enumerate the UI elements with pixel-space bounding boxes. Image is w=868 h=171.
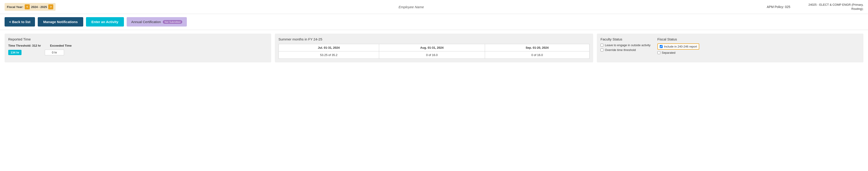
col-jul: Jul. 01-31, 2024 bbox=[279, 44, 379, 52]
faculty-status-section: Faculty Status Leave to engage in outsid… bbox=[600, 37, 650, 56]
separated-label: Separated bbox=[662, 51, 676, 55]
separated-checkbox[interactable] bbox=[657, 51, 660, 54]
toolbar: < Back to list Manage Notifications Ente… bbox=[0, 14, 868, 30]
include-report-checkbox[interactable] bbox=[660, 45, 663, 48]
enter-activity-button[interactable]: Enter an Activity bbox=[86, 17, 124, 27]
fiscal-status-highlighted: Include in 240-246 report bbox=[657, 43, 700, 49]
reported-time-panel: Reported Time Time Threshold: 312 hr Exc… bbox=[5, 34, 271, 62]
fiscal-year-section: Fiscal Year: < 2024 - 2025 > bbox=[5, 3, 56, 11]
col-sep: Sep. 01-20, 2024 bbox=[485, 44, 589, 52]
val-sep: 0 of 16.0 bbox=[485, 52, 589, 59]
val-jul: 53.25 of 35.2 bbox=[279, 52, 379, 59]
include-report-label: Include in 240-246 report bbox=[664, 45, 697, 48]
dept-info: 24025 - ELECT & COMP ENGR (Primary, Rout… bbox=[799, 3, 863, 11]
main-content: Reported Time Time Threshold: 312 hr Exc… bbox=[0, 30, 868, 66]
next-year-button[interactable]: > bbox=[48, 4, 53, 9]
bar-row: 134 hr 0 hr bbox=[8, 49, 268, 55]
fiscal-checkbox-2: Separated bbox=[657, 51, 700, 55]
override-label: Override time threshold bbox=[605, 48, 636, 52]
exceeded-value: 0 hr bbox=[45, 49, 64, 55]
threshold-row: Time Threshold: 312 hr Exceeded Time bbox=[8, 44, 268, 47]
summer-header-row: Jul. 01-31, 2024 Aug. 01-31, 2024 Sep. 0… bbox=[279, 44, 589, 52]
exceeded-label: Exceeded Time bbox=[50, 44, 71, 47]
summer-months-panel: Summer months in FY 24-25 Jul. 01-31, 20… bbox=[275, 34, 593, 62]
header: Fiscal Year: < 2024 - 2025 > Employee Na… bbox=[0, 0, 868, 14]
summer-months-table: Jul. 01-31, 2024 Aug. 01-31, 2024 Sep. 0… bbox=[279, 44, 590, 59]
faculty-fiscal-panel: Faculty Status Leave to engage in outsid… bbox=[597, 34, 863, 62]
summer-values-row: 53.25 of 35.2 0 of 16.0 0 of 16.0 bbox=[279, 52, 589, 59]
faculty-status-title: Faculty Status bbox=[600, 37, 650, 41]
faculty-checkbox-2: Override time threshold bbox=[600, 48, 650, 52]
fiscal-year-label: Fiscal Year: bbox=[7, 5, 23, 9]
exceeded-value-container: 0 hr bbox=[45, 49, 64, 55]
col-aug: Aug. 01-31, 2024 bbox=[379, 44, 485, 52]
fiscal-status-title: Fiscal Status bbox=[657, 37, 700, 41]
fiscal-year-value: 2024 - 2025 bbox=[31, 5, 47, 9]
override-checkbox[interactable] bbox=[600, 48, 603, 52]
employee-name: Employee Name bbox=[60, 5, 762, 9]
leave-label: Leave to engage in outside activity bbox=[605, 43, 650, 47]
annual-certification-button[interactable]: Annual Certification Not Submitted bbox=[127, 17, 187, 27]
manage-notifications-button[interactable]: Manage Notifications bbox=[38, 17, 83, 27]
summer-months-title: Summer months in FY 24-25 bbox=[279, 37, 590, 41]
status-columns: Faculty Status Leave to engage in outsid… bbox=[600, 37, 860, 56]
reported-time-title: Reported Time bbox=[8, 37, 268, 41]
apm-policy: APM Policy: 025 bbox=[767, 5, 790, 9]
certification-label: Annual Certification bbox=[131, 20, 161, 24]
not-submitted-badge: Not Submitted bbox=[163, 20, 183, 24]
prev-year-button[interactable]: < bbox=[25, 4, 30, 9]
threshold-label: Time Threshold: 312 hr bbox=[8, 44, 41, 47]
faculty-checkbox-1: Leave to engage in outside activity bbox=[600, 43, 650, 47]
val-aug: 0 of 16.0 bbox=[379, 52, 485, 59]
fiscal-status-section: Fiscal Status Include in 240-246 report … bbox=[657, 37, 700, 56]
back-to-list-button[interactable]: < Back to list bbox=[5, 17, 35, 27]
leave-checkbox[interactable] bbox=[600, 44, 603, 47]
fiscal-checkbox-1: Include in 240-246 report bbox=[657, 43, 700, 49]
bar-fill: 134 hr bbox=[8, 50, 22, 55]
bar-container: 134 hr bbox=[8, 50, 36, 55]
